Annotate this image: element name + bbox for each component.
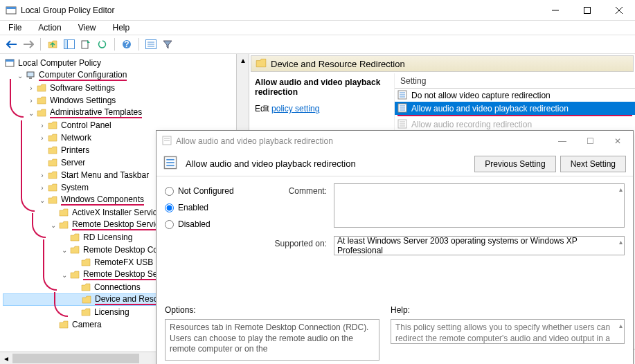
folder-icon xyxy=(58,319,69,330)
policy-icon xyxy=(163,156,180,172)
chevron-down-icon[interactable]: ⌄ xyxy=(15,71,25,80)
chevron-down-icon[interactable]: ⌄ xyxy=(60,245,69,255)
export-button[interactable] xyxy=(78,37,93,52)
folder-icon xyxy=(81,294,92,305)
chevron-right-icon[interactable]: › xyxy=(26,83,36,93)
policy-setting-link[interactable]: policy setting xyxy=(271,104,319,113)
menu-file[interactable]: File xyxy=(6,21,24,34)
comment-textarea[interactable]: ▴ xyxy=(334,183,625,228)
chevron-down-icon[interactable]: ⌄ xyxy=(48,220,58,230)
toolbar: ? xyxy=(0,35,635,54)
chevron-right-icon[interactable]: › xyxy=(37,183,47,192)
supported-box: At least Windows Server 2003 operating s… xyxy=(334,236,625,255)
up-button[interactable] xyxy=(45,37,60,52)
folder-icon xyxy=(256,58,267,69)
list-item[interactable]: Allow audio and video playback redirecti… xyxy=(395,102,635,115)
chevron-down-icon[interactable]: ⌄ xyxy=(60,270,69,280)
help-button[interactable]: ? xyxy=(119,37,134,52)
window-title: Local Group Policy Editor xyxy=(21,6,539,15)
folder-icon xyxy=(58,207,69,218)
folder-icon xyxy=(47,145,58,156)
tree-admin-templates[interactable]: ⌄ Administrative Templates xyxy=(3,107,246,119)
state-radio-group: Not Configured Enabled Disabled xyxy=(165,183,255,298)
folder-icon xyxy=(80,282,91,293)
previous-setting-button[interactable]: Previous Setting xyxy=(474,156,555,172)
edit-label: Edit xyxy=(255,104,269,113)
chevron-right-icon[interactable]: › xyxy=(37,120,47,130)
app-icon xyxy=(6,5,17,16)
svg-rect-8 xyxy=(82,41,88,48)
setting-icon xyxy=(397,103,409,114)
tree-windows-settings[interactable]: › Windows Settings xyxy=(3,94,246,107)
tree-computer-config[interactable]: ⌄ Computer Configuration xyxy=(3,69,246,82)
column-header-setting[interactable]: Setting xyxy=(395,73,635,89)
scroll-left-icon[interactable]: ◂ xyxy=(0,352,12,365)
help-label: Help: xyxy=(391,305,625,315)
chevron-right-icon[interactable]: › xyxy=(37,133,47,143)
folder-icon xyxy=(69,232,80,243)
dialog-icon xyxy=(162,136,172,147)
dialog-policy-name: Allow audio and video playback redirecti… xyxy=(186,158,470,169)
folder-icon xyxy=(47,170,58,181)
back-button[interactable] xyxy=(4,37,19,52)
dialog-close-button[interactable]: ✕ xyxy=(608,136,627,146)
folder-icon xyxy=(80,307,91,318)
scroll-up-icon[interactable]: ▴ xyxy=(237,54,249,66)
tree-root[interactable]: Local Computer Policy xyxy=(3,57,246,69)
next-setting-button[interactable]: Next Setting xyxy=(560,156,626,172)
setting-icon xyxy=(397,90,409,101)
list-item[interactable]: Do not allow video capture redirection xyxy=(395,89,635,102)
scroll-up-icon[interactable]: ▴ xyxy=(619,238,623,246)
folder-icon xyxy=(58,219,69,230)
folder-icon xyxy=(80,257,91,268)
folder-icon xyxy=(36,107,47,118)
svg-rect-17 xyxy=(27,72,34,77)
folder-icon xyxy=(47,194,58,206)
help-box: This policy setting allows you to specif… xyxy=(391,319,625,344)
minimize-button[interactable] xyxy=(539,0,571,21)
maximize-button[interactable] xyxy=(571,0,603,21)
setting-icon xyxy=(397,119,409,130)
radio-enabled[interactable]: Enabled xyxy=(165,203,255,212)
menu-action[interactable]: Action xyxy=(35,21,64,34)
dialog-titlebar: Allow audio and video playback redirecti… xyxy=(156,131,633,152)
show-hide-tree-button[interactable] xyxy=(62,37,77,52)
folder-icon xyxy=(47,157,58,168)
chevron-right-icon[interactable]: › xyxy=(37,170,47,180)
dialog-maximize-button[interactable]: ☐ xyxy=(580,136,600,146)
svg-rect-18 xyxy=(29,78,32,79)
svg-rect-7 xyxy=(64,40,68,49)
policy-dialog: Allow audio and video playback redirecti… xyxy=(156,130,634,364)
svg-rect-3 xyxy=(584,7,591,13)
scroll-up-icon[interactable]: ▴ xyxy=(619,185,623,193)
policy-icon xyxy=(4,57,15,69)
folder-icon xyxy=(47,120,58,131)
folder-icon xyxy=(69,269,80,280)
close-button[interactable] xyxy=(603,0,635,21)
chevron-right-icon[interactable]: › xyxy=(26,95,36,105)
supported-label: Supported on: xyxy=(266,236,327,248)
folder-icon xyxy=(36,82,47,93)
forward-button[interactable] xyxy=(21,37,36,52)
filter-button[interactable] xyxy=(160,37,175,52)
menu-help[interactable]: Help xyxy=(110,21,133,34)
svg-rect-16 xyxy=(6,60,14,62)
radio-not-configured[interactable]: Not Configured xyxy=(165,186,255,196)
chevron-down-icon[interactable]: ⌄ xyxy=(26,108,36,118)
chevron-down-icon[interactable]: ⌄ xyxy=(37,195,47,205)
scroll-up-icon[interactable]: ▴ xyxy=(619,321,623,330)
svg-text:?: ? xyxy=(124,39,129,49)
folder-icon xyxy=(47,182,58,193)
refresh-button[interactable] xyxy=(95,37,110,52)
options-label: Options: xyxy=(165,305,379,315)
window-titlebar: Local Group Policy Editor xyxy=(0,0,635,21)
hscroll-thumb[interactable] xyxy=(12,354,139,363)
dialog-title: Allow audio and video playback redirecti… xyxy=(176,136,553,146)
dialog-minimize-button[interactable]: — xyxy=(553,136,572,146)
list-item[interactable]: Allow audio recording redirection xyxy=(395,118,635,131)
menu-view[interactable]: View xyxy=(75,21,99,34)
folder-icon xyxy=(69,244,80,255)
radio-disabled[interactable]: Disabled xyxy=(165,219,255,229)
tree-software-settings[interactable]: › Software Settings xyxy=(3,82,246,94)
properties-button[interactable] xyxy=(143,37,159,52)
